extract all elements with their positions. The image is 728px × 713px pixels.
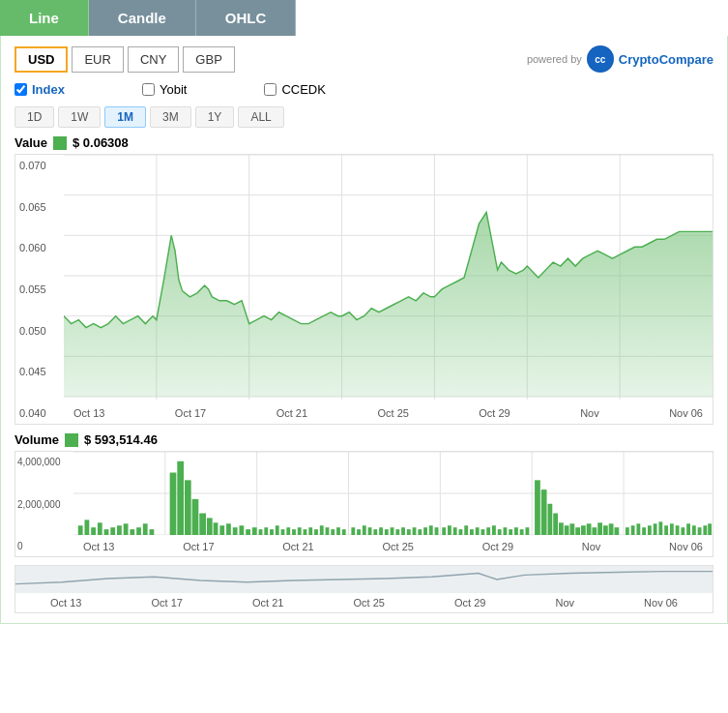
svg-rect-75 [413,527,417,535]
navigator-inner [15,566,713,593]
svg-rect-36 [177,461,184,535]
svg-rect-87 [481,529,485,535]
tab-candle[interactable]: Candle [89,0,196,36]
svg-rect-66 [363,525,366,535]
y-label-5: 0.045 [19,366,60,377]
volume-display: Volume $ 593,514.46 [15,432,713,447]
nav-x-label-2: Oct 21 [252,597,283,609]
svg-rect-123 [692,525,696,535]
currency-row: USD EUR CNY GBP powered by cc CryptoComp… [15,45,713,73]
svg-rect-58 [314,529,318,535]
y-label-1: 0.065 [19,201,60,213]
yobit-checkbox[interactable] [142,83,155,96]
svg-rect-107 [597,522,602,535]
svg-rect-120 [676,525,680,535]
currency-gbp[interactable]: GBP [183,46,234,73]
yobit-checkbox-label[interactable]: Yobit [142,82,187,97]
svg-rect-34 [150,529,155,535]
svg-rect-68 [373,529,377,535]
svg-rect-72 [395,529,399,535]
index-checkbox-label[interactable]: Index [15,82,65,97]
svg-rect-112 [631,525,635,535]
svg-rect-41 [214,522,218,535]
svg-rect-35 [170,473,177,536]
vol-x-label-4: Oct 29 [482,541,513,552]
tab-ohlc[interactable]: OHLC [196,0,297,36]
svg-rect-53 [286,527,290,535]
currency-cny[interactable]: CNY [128,46,179,73]
svg-rect-116 [654,523,657,535]
svg-rect-60 [326,527,330,535]
svg-rect-49 [264,527,268,535]
svg-rect-92 [509,529,512,535]
svg-rect-40 [207,518,213,535]
currency-usd[interactable]: USD [15,46,68,73]
svg-rect-122 [686,523,690,535]
index-label: Index [32,82,65,97]
svg-rect-125 [703,525,707,535]
svg-rect-54 [292,529,296,535]
svg-rect-121 [681,527,684,535]
time-all[interactable]: ALL [238,106,283,128]
svg-rect-31 [130,529,134,535]
currency-eur[interactable]: EUR [72,46,123,73]
svg-rect-44 [233,527,238,535]
vol-x-label-2: Oct 21 [282,541,313,552]
vol-x-label-6: Nov 06 [669,541,703,552]
svg-rect-65 [357,529,361,535]
svg-rect-95 [525,527,529,535]
svg-rect-126 [708,523,712,535]
svg-rect-25 [91,527,96,535]
main-y-axis: 0.070 0.065 0.060 0.055 0.050 0.045 0.04… [15,155,64,424]
svg-rect-63 [342,529,346,535]
svg-rect-84 [464,525,468,535]
cryptocompare-name: CryptoCompare [619,52,713,67]
vol-y-label-1: 2,000,000 [17,499,72,510]
cryptocompare-logo: cc [587,45,614,73]
time-3m[interactable]: 3M [150,106,191,128]
volume-chart: 4,000,000 2,000,000 0 [15,451,713,557]
svg-rect-23 [78,525,83,535]
volume-amount: $ 593,514.46 [84,432,158,447]
svg-rect-45 [239,525,244,535]
svg-rect-70 [385,529,389,535]
svg-rect-67 [368,527,372,535]
svg-rect-59 [320,525,324,535]
svg-rect-100 [559,522,564,535]
svg-rect-98 [547,504,552,535]
svg-rect-119 [670,523,674,535]
navigator-svg [15,566,713,593]
nav-x-label-5: Nov [555,597,574,609]
svg-rect-111 [626,527,629,535]
vol-y-label-2: 0 [17,541,72,551]
svg-rect-115 [648,525,652,535]
y-label-3: 0.055 [19,283,60,295]
svg-rect-99 [553,514,558,535]
svg-rect-55 [298,527,302,535]
time-1m[interactable]: 1M [104,106,146,128]
svg-rect-52 [281,529,285,535]
time-1d[interactable]: 1D [15,106,54,128]
value-amount: $ 0.06308 [73,135,129,150]
svg-rect-91 [503,527,507,535]
ccedk-checkbox[interactable] [264,83,277,96]
svg-rect-96 [535,480,540,535]
vol-y-label-0: 4,000,000 [17,457,72,467]
navigator-chart[interactable]: Oct 13 Oct 17 Oct 21 Oct 25 Oct 29 Nov N… [15,565,713,613]
svg-rect-37 [185,480,191,535]
svg-rect-48 [259,529,263,535]
main-x-axis: Oct 13 Oct 17 Oct 21 Oct 25 Oct 29 Nov N… [64,402,713,424]
ccedk-checkbox-label[interactable]: CCEDK [264,82,326,97]
svg-rect-30 [124,523,129,535]
svg-rect-109 [609,523,614,535]
svg-rect-105 [587,523,592,535]
svg-rect-106 [592,527,597,535]
yobit-label: Yobit [160,82,187,97]
time-1y[interactable]: 1Y [195,106,235,128]
index-checkbox[interactable] [15,83,27,96]
svg-rect-69 [379,527,383,535]
svg-rect-81 [448,525,451,535]
tab-line[interactable]: Line [0,0,89,36]
time-1w[interactable]: 1W [58,106,101,128]
svg-rect-90 [498,529,502,535]
